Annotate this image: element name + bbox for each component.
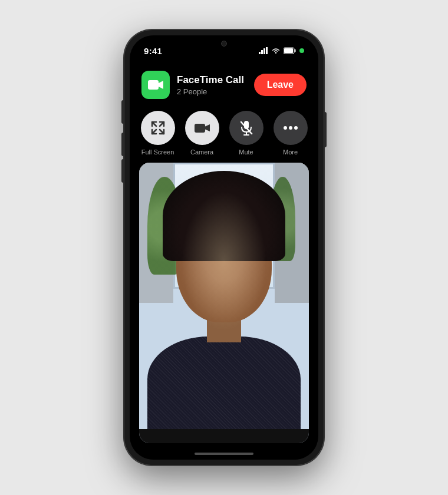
svg-rect-1: [261, 50, 263, 54]
phone-frame: 9:41: [124, 29, 324, 466]
call-subtitle: 2 People: [177, 87, 244, 96]
mic-off-icon: [239, 120, 253, 136]
front-camera: [221, 41, 227, 47]
svg-point-18: [284, 126, 287, 130]
wifi-icon: [271, 47, 281, 54]
more-control: More: [274, 111, 308, 156]
call-header: FaceTime Call 2 People Leave: [130, 61, 318, 106]
signal-icon: [259, 47, 268, 54]
svg-rect-6: [295, 50, 296, 52]
video-feed[interactable]: [139, 163, 309, 443]
svg-point-4: [275, 52, 276, 54]
full-screen-label: Full Screen: [141, 148, 174, 156]
svg-rect-3: [266, 47, 268, 54]
svg-point-20: [294, 126, 298, 130]
home-bar: [195, 453, 253, 455]
call-info: FaceTime Call 2 People: [141, 71, 244, 99]
mute-control: Mute: [229, 111, 263, 156]
camera-label: Camera: [190, 148, 213, 156]
status-icons: [259, 47, 304, 54]
active-indicator: [299, 48, 304, 53]
svg-rect-8: [148, 80, 159, 90]
home-indicator[interactable]: [130, 448, 318, 460]
full-screen-control: Full Screen: [141, 111, 175, 156]
camera-icon: [194, 121, 210, 135]
svg-rect-7: [284, 48, 293, 53]
svg-rect-0: [259, 52, 261, 54]
mute-button[interactable]: [229, 111, 263, 145]
more-label: More: [283, 148, 298, 156]
camera-button[interactable]: [185, 111, 219, 145]
call-title: FaceTime Call: [177, 74, 244, 86]
svg-point-19: [289, 126, 292, 130]
mute-label: Mute: [239, 148, 253, 156]
ellipsis-icon: [283, 126, 298, 130]
status-time: 9:41: [144, 46, 162, 56]
facetime-app-icon: [141, 71, 170, 99]
battery-icon: [284, 47, 297, 54]
shirt-pattern: [147, 336, 300, 443]
controls-row: Full Screen Camera: [130, 106, 318, 158]
svg-rect-2: [263, 48, 265, 54]
more-button[interactable]: [274, 111, 308, 145]
notch: [195, 35, 253, 52]
expand-icon: [150, 120, 166, 136]
backlight-effect: [182, 191, 266, 331]
phone-screen: 9:41: [130, 35, 318, 460]
video-content: [139, 163, 309, 443]
full-screen-button[interactable]: [141, 111, 175, 145]
call-text: FaceTime Call 2 People: [177, 74, 244, 96]
facetime-camera-icon: [147, 77, 164, 93]
camera-control: Camera: [185, 111, 219, 156]
leave-button[interactable]: Leave: [254, 74, 307, 96]
bottom-dark: [139, 429, 309, 443]
svg-rect-13: [195, 124, 205, 133]
